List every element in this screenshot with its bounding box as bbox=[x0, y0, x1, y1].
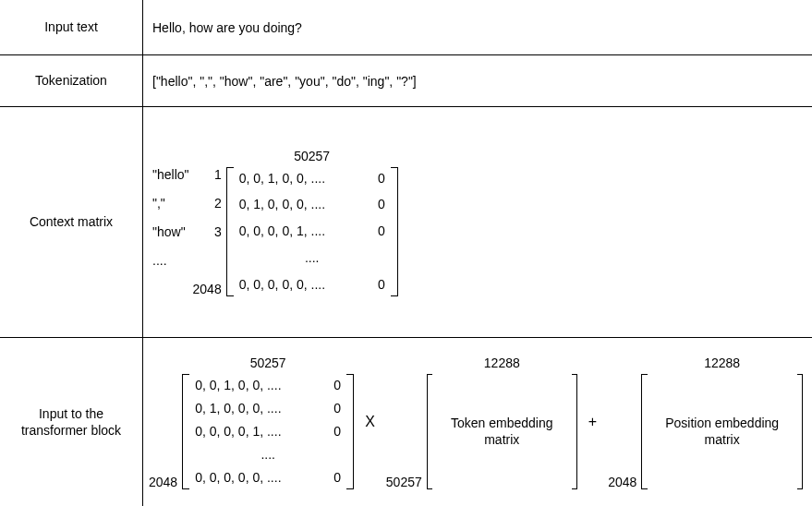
row-context-matrix: Context matrix "hello" "," "how" .... 1 bbox=[0, 107, 812, 338]
t-r1r: 0 bbox=[333, 378, 341, 392]
row-transformer-input: Input to the transformer block 2048 5025… bbox=[0, 338, 812, 506]
ctx-rdots: .... bbox=[305, 250, 320, 265]
ctx-r1r: 0 bbox=[378, 171, 385, 186]
pe-rows-dim: 2048 bbox=[608, 475, 636, 489]
token-embedding-matrix: 12288 Token embedding matrix bbox=[427, 355, 577, 489]
content-tokenization: ["hello", ",", "how", "are", "you", "do"… bbox=[143, 55, 812, 106]
ctx-idx-n: 2048 bbox=[193, 282, 222, 296]
bracket-right-icon bbox=[391, 167, 398, 296]
input-text-value: Hello, how are you doing? bbox=[152, 20, 302, 35]
t-rdots: .... bbox=[261, 447, 275, 462]
bracket-left-icon bbox=[182, 374, 189, 489]
bracket-right-icon bbox=[346, 374, 354, 489]
t-r2l: 0, 1, 0, 0, 0, .... bbox=[195, 401, 281, 416]
transformer-onehot-matrix: 50257 0, 0, 1, 0, 0, ....0 0, 1, 0, 0, 0… bbox=[182, 355, 354, 489]
position-embedding-label: Position embedding matrix bbox=[648, 374, 797, 489]
ctx-idx-3: 3 bbox=[214, 224, 222, 239]
ctx-token-1: "hello" bbox=[152, 167, 189, 182]
t-r3l: 0, 0, 0, 0, 1, .... bbox=[195, 424, 281, 439]
bracket-right-icon bbox=[797, 374, 803, 489]
ctx-r2r: 0 bbox=[378, 197, 385, 211]
t-vocab-dim: 50257 bbox=[250, 355, 286, 370]
ctx-token-3: "how" bbox=[152, 224, 186, 239]
te-cols-dim: 12288 bbox=[484, 355, 520, 370]
ctx-idx-2: 2 bbox=[214, 196, 222, 211]
ctx-vocab-dim: 50257 bbox=[294, 149, 330, 163]
te-rows-dim: 50257 bbox=[386, 475, 422, 489]
ctx-token-2: "," bbox=[152, 196, 165, 211]
content-transformer-input: 2048 50257 0, 0, 1, 0, 0, ....0 0, 1, 0,… bbox=[143, 338, 812, 506]
ctx-r2l: 0, 1, 0, 0, 0, .... bbox=[239, 197, 325, 211]
ctx-idx-1: 1 bbox=[214, 167, 222, 182]
ctx-token-last bbox=[152, 282, 156, 296]
t-r2r: 0 bbox=[333, 401, 341, 416]
t-rnr: 0 bbox=[333, 470, 341, 485]
content-input-text: Hello, how are you doing? bbox=[143, 0, 812, 54]
label-input-text: Input text bbox=[0, 0, 143, 54]
multiply-operator: X bbox=[354, 414, 386, 430]
ctx-rnr: 0 bbox=[378, 277, 385, 292]
content-context-matrix: "hello" "," "how" .... 1 2 3 2048 bbox=[143, 107, 812, 337]
pe-cols-dim: 12288 bbox=[704, 355, 740, 370]
ctx-token-dots: .... bbox=[152, 253, 167, 268]
t-idx-n: 2048 bbox=[149, 475, 177, 489]
row-tokenization: Tokenization ["hello", ",", "how", "are"… bbox=[0, 55, 812, 107]
label-tokenization: Tokenization bbox=[0, 55, 143, 106]
ctx-rnl: 0, 0, 0, 0, 0, .... bbox=[239, 277, 325, 292]
row-input-text: Input text Hello, how are you doing? bbox=[0, 0, 812, 55]
token-embedding-label: Token embedding matrix bbox=[432, 374, 572, 489]
ctx-r3l: 0, 0, 0, 0, 1, .... bbox=[239, 223, 325, 238]
context-onehot-matrix: 50257 0, 0, 1, 0, 0, ....0 0, 1, 0, 0, 0… bbox=[226, 149, 398, 296]
plus-operator: + bbox=[577, 414, 608, 430]
tokenization-value: ["hello", ",", "how", "are", "you", "do"… bbox=[152, 74, 417, 89]
position-embedding-matrix: 12288 Position embedding matrix bbox=[641, 355, 803, 489]
ctx-r3r: 0 bbox=[378, 223, 385, 238]
bracket-right-icon bbox=[572, 374, 577, 489]
t-r3r: 0 bbox=[333, 424, 341, 439]
label-context-matrix: Context matrix bbox=[0, 107, 143, 337]
label-transformer-input: Input to the transformer block bbox=[0, 338, 143, 506]
t-r1l: 0, 0, 1, 0, 0, .... bbox=[195, 378, 281, 392]
ctx-r1l: 0, 0, 1, 0, 0, .... bbox=[239, 171, 325, 186]
t-rnl: 0, 0, 0, 0, 0, .... bbox=[195, 470, 281, 485]
bracket-left-icon bbox=[226, 167, 234, 296]
